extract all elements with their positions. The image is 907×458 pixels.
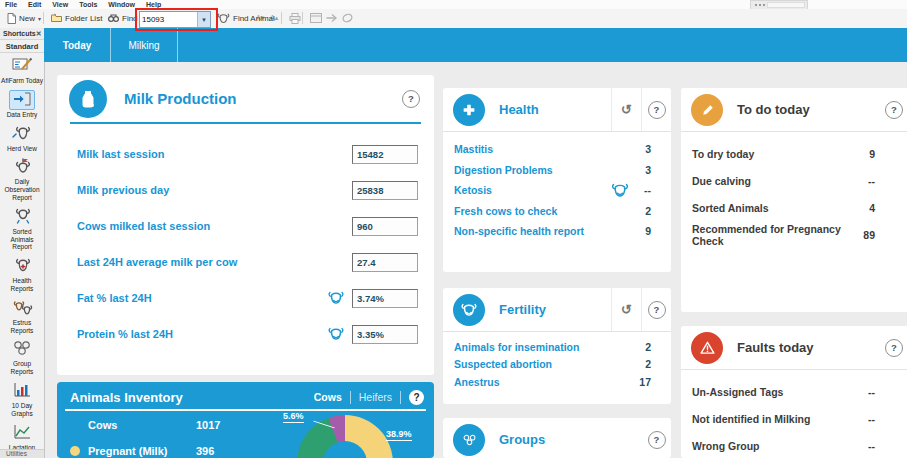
help-icon[interactable]: ? — [648, 101, 666, 119]
panel-title: Health — [499, 102, 611, 117]
new-button[interactable]: New ▾ — [3, 10, 45, 26]
groups-icon — [453, 424, 485, 456]
help-icon[interactable]: ? — [409, 390, 424, 405]
todo-panel: To do today ? To dry today 9 Due calving… — [681, 88, 907, 312]
send-icon — [326, 13, 338, 23]
panel-title: Groups — [499, 432, 642, 447]
menu-view[interactable]: View — [52, 1, 68, 8]
toggle-heifers[interactable]: Heifers — [351, 391, 400, 403]
panel-title: Animals Inventory — [70, 390, 306, 405]
report-link-row[interactable]: Suspected abortion 2 — [454, 356, 651, 374]
task-row[interactable]: Recommended for Pregnancy Check 89 — [692, 221, 875, 248]
help-icon[interactable]: ? — [885, 101, 903, 119]
health-reports-icon — [11, 257, 33, 273]
sidebar-item-10-day-graphs[interactable]: 10 Day Graphs — [0, 378, 44, 420]
help-icon[interactable]: ? — [402, 90, 420, 108]
toggle-cows[interactable]: Cows — [306, 391, 350, 403]
panel-title: Milk Production — [124, 90, 402, 107]
divider — [65, 409, 426, 411]
metric-row: Milk previous day 25838 — [77, 172, 418, 208]
groups-panel: Groups ? — [443, 418, 671, 458]
sidebar-item-daily-observation-report[interactable]: Daily Observation Report — [0, 154, 44, 203]
find-button[interactable]: Find — [104, 10, 142, 26]
fertility-panel: Fertility ↺ ? Animals for insemination 2… — [443, 288, 671, 404]
sidebar-item-health-reports[interactable]: Health Reports — [0, 253, 44, 295]
task-row[interactable]: Sorted Animals 4 — [692, 194, 875, 221]
bar-graph-icon — [11, 382, 33, 398]
inventory-donut-chart — [297, 415, 393, 458]
combo-dropdown-icon[interactable]: ▾ — [197, 12, 210, 27]
toolbar-separator — [281, 12, 282, 24]
sidebar-item-group-reports[interactable]: Group Reports — [0, 336, 44, 378]
undo-icon[interactable]: ↺ — [621, 103, 632, 116]
report-link-row[interactable]: Animals for insemination 2 — [454, 338, 651, 356]
new-dropdown-icon: ▾ — [38, 15, 41, 22]
menu-window[interactable]: Window — [108, 1, 135, 8]
sidebar-item-herd-view[interactable]: Herd View — [0, 121, 44, 155]
app-window: File Edit View Tools Window Help New ▾ F… — [0, 0, 907, 458]
metric-row: Milk last session 15482 — [77, 136, 418, 172]
sidebar-item-label: Estrus Reports — [1, 319, 43, 335]
fault-row[interactable]: Not identified in Milking -- — [692, 405, 875, 432]
sidebar-item-data-entry[interactable]: Data Entry — [0, 87, 44, 121]
task-row[interactable]: Due calving -- — [692, 167, 875, 194]
report-link-row[interactable]: Ketosis -- — [454, 180, 651, 201]
search-input[interactable] — [140, 12, 197, 27]
report-link-row[interactable]: Fresh cows to check 2 — [454, 201, 651, 222]
menu-tools[interactable]: Tools — [79, 1, 97, 8]
fault-row[interactable]: Un-Assigned Tags -- — [692, 378, 875, 405]
printer-icon — [289, 13, 301, 24]
afifarm-today-icon — [11, 57, 33, 73]
sidebar-item-sorted-animals-report[interactable]: Sorted Animals Report — [0, 204, 44, 253]
help-icon[interactable]: ? — [648, 301, 666, 319]
sidebar-footer-utilities[interactable]: Utilities — [0, 449, 44, 458]
sidebar-item-afifarm-today[interactable]: AfiFarm Today — [0, 53, 44, 87]
cow-icon — [610, 183, 630, 198]
metric-row: Fat % last 24H 3.74% — [77, 280, 418, 316]
metric-value: 3.35% — [352, 325, 418, 344]
help-icon[interactable]: ? — [885, 339, 903, 357]
menu-edit[interactable]: Edit — [28, 1, 41, 8]
metric-value: 3.74% — [352, 289, 418, 308]
metric-value: 27.4 — [352, 253, 418, 272]
milk-icon — [69, 80, 107, 118]
herd-view-icon — [11, 125, 33, 141]
toolbar-separator — [302, 12, 303, 24]
panel-title: Fertility — [499, 302, 611, 317]
report-link-row[interactable]: Mastitis 3 — [454, 139, 651, 160]
report-link-row[interactable]: Digestion Problems 3 — [454, 160, 651, 181]
font-bigger-button: A▴ — [266, 10, 282, 26]
menu-help[interactable]: Help — [146, 1, 161, 8]
font-bigger-icon: A▴ — [270, 14, 278, 22]
legend-bullet — [70, 446, 80, 456]
fault-row[interactable]: Wrong Group -- — [692, 432, 875, 458]
folder-list-button[interactable]: Folder List — [47, 10, 106, 26]
sidebar-item-estrus-reports[interactable]: Estrus Reports — [0, 295, 44, 337]
undo-icon[interactable]: ↺ — [621, 303, 632, 316]
animal-number-combobox[interactable]: ▾ — [139, 11, 211, 28]
panel-title: To do today — [737, 102, 885, 117]
sidebar-item-label: AfiFarm Today — [1, 77, 43, 85]
line-graph-icon — [11, 424, 33, 440]
metric-row: Protein % last 24H 3.35% — [77, 316, 418, 352]
health-plus-icon — [453, 94, 485, 126]
cow-icon — [327, 291, 345, 305]
pencil-icon — [691, 94, 723, 126]
metric-row: Last 24H average milk per cow 27.4 — [77, 244, 418, 280]
animals-inventory-panel: Animals Inventory Cows Heifers ? Cows 10… — [57, 382, 434, 458]
tab-today[interactable]: Today — [44, 28, 111, 62]
task-row[interactable]: To dry today 9 — [692, 140, 875, 167]
report-link-row[interactable]: Non-specific health report 9 — [454, 221, 651, 242]
cow-icon — [217, 13, 230, 24]
sidebar-item-label: Group Reports — [1, 360, 43, 376]
menu-file[interactable]: File — [5, 1, 17, 8]
help-icon[interactable]: ? — [648, 431, 666, 449]
folder-icon — [51, 13, 62, 23]
report-link-row[interactable]: Anestrus 17 — [454, 373, 651, 391]
binoculars-icon — [108, 13, 119, 23]
sidebar-item-label: Daily Observation Report — [1, 178, 43, 201]
sidebar-item-label: 10 Day Graphs — [1, 402, 43, 418]
close-icon[interactable]: ✕ — [36, 30, 42, 38]
tab-milking[interactable]: Milking — [111, 28, 178, 62]
shortcuts-group-standard[interactable]: Standard — [0, 40, 44, 53]
